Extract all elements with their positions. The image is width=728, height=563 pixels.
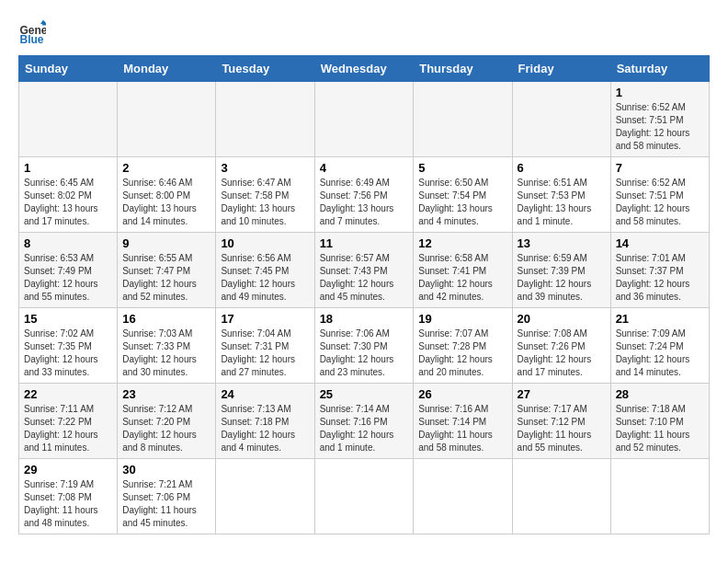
calendar-cell: 5Sunrise: 6:50 AMSunset: 7:54 PMDaylight… [414,157,512,233]
col-header-sunday: Sunday [19,56,118,82]
calendar-cell: 8Sunrise: 6:53 AMSunset: 7:49 PMDaylight… [19,233,118,308]
calendar-table: SundayMondayTuesdayWednesdayThursdayFrid… [18,55,710,534]
day-info: Sunrise: 7:17 AMSunset: 7:12 PMDaylight:… [518,404,592,453]
day-number: 9 [122,236,210,250]
calendar-cell [216,459,314,534]
day-info: Sunrise: 6:56 AMSunset: 7:45 PMDaylight:… [221,253,295,302]
day-number: 20 [518,312,606,326]
logo-icon: General Blue [18,18,46,46]
calendar-cell: 13Sunrise: 6:59 AMSunset: 7:39 PMDayligh… [512,233,610,308]
day-info: Sunrise: 6:50 AMSunset: 7:54 PMDaylight:… [418,178,493,226]
page-header: General Blue [18,18,710,46]
calendar-cell: 10Sunrise: 6:56 AMSunset: 7:45 PMDayligh… [216,233,314,308]
day-number: 17 [221,312,309,326]
day-number: 16 [122,312,210,326]
calendar-cell: 18Sunrise: 7:06 AMSunset: 7:30 PMDayligh… [314,308,414,384]
day-number: 6 [518,161,606,175]
day-number: 2 [122,161,210,175]
day-number: 3 [221,161,309,175]
calendar-cell: 9Sunrise: 6:55 AMSunset: 7:47 PMDaylight… [118,233,216,308]
day-number: 11 [320,236,409,250]
day-number: 12 [418,236,506,250]
calendar-cell: 19Sunrise: 7:07 AMSunset: 7:28 PMDayligh… [414,308,512,384]
day-number: 18 [320,312,409,326]
calendar-cell [512,459,610,534]
day-number: 23 [122,387,210,401]
calendar-cell: 17Sunrise: 7:04 AMSunset: 7:31 PMDayligh… [216,308,314,384]
day-number: 7 [616,161,704,175]
calendar-cell: 15Sunrise: 7:02 AMSunset: 7:35 PMDayligh… [19,308,118,384]
day-info: Sunrise: 6:47 AMSunset: 7:58 PMDaylight:… [221,178,295,226]
calendar-cell [19,82,118,157]
calendar-cell [216,82,314,157]
calendar-cell: 27Sunrise: 7:17 AMSunset: 7:12 PMDayligh… [512,384,610,459]
calendar-cell: 7Sunrise: 6:52 AMSunset: 7:51 PMDaylight… [610,157,709,233]
day-number: 15 [24,312,112,326]
day-info: Sunrise: 7:13 AMSunset: 7:18 PMDaylight:… [221,404,295,453]
day-info: Sunrise: 7:06 AMSunset: 7:30 PMDaylight:… [320,328,394,377]
day-info: Sunrise: 7:02 AMSunset: 7:35 PMDaylight:… [24,328,98,377]
calendar-cell: 29Sunrise: 7:19 AMSunset: 7:08 PMDayligh… [19,459,118,534]
day-info: Sunrise: 6:51 AMSunset: 7:53 PMDaylight:… [518,178,592,226]
col-header-thursday: Thursday [414,56,512,82]
day-number: 29 [24,463,112,477]
calendar-cell: 23Sunrise: 7:12 AMSunset: 7:20 PMDayligh… [118,384,216,459]
day-info: Sunrise: 7:03 AMSunset: 7:33 PMDaylight:… [122,328,197,377]
col-header-friday: Friday [512,56,610,82]
calendar-cell: 6Sunrise: 6:51 AMSunset: 7:53 PMDaylight… [512,157,610,233]
day-number: 26 [418,387,506,401]
svg-text:Blue: Blue [20,33,44,46]
calendar-cell: 22Sunrise: 7:11 AMSunset: 7:22 PMDayligh… [19,384,118,459]
day-info: Sunrise: 7:09 AMSunset: 7:24 PMDaylight:… [616,328,690,377]
day-number: 30 [122,463,210,477]
calendar-cell: 25Sunrise: 7:14 AMSunset: 7:16 PMDayligh… [314,384,414,459]
calendar-cell: 11Sunrise: 6:57 AMSunset: 7:43 PMDayligh… [314,233,414,308]
day-info: Sunrise: 6:52 AMSunset: 7:51 PMDaylight:… [616,178,690,226]
day-info: Sunrise: 7:08 AMSunset: 7:26 PMDaylight:… [518,328,592,377]
day-number: 22 [24,387,112,401]
calendar-cell [118,82,216,157]
calendar-cell [512,82,610,157]
day-info: Sunrise: 7:19 AMSunset: 7:08 PMDaylight:… [24,479,98,528]
day-info: Sunrise: 6:57 AMSunset: 7:43 PMDaylight:… [320,253,394,302]
day-number: 21 [616,312,704,326]
day-number: 1 [24,161,112,175]
day-number: 1 [616,86,704,99]
day-info: Sunrise: 7:01 AMSunset: 7:37 PMDaylight:… [616,253,690,302]
calendar-cell: 1Sunrise: 6:52 AMSunset: 7:51 PMDaylight… [610,82,709,157]
day-number: 28 [616,387,704,401]
day-number: 10 [221,236,309,250]
calendar-cell: 26Sunrise: 7:16 AMSunset: 7:14 PMDayligh… [414,384,512,459]
day-info: Sunrise: 7:04 AMSunset: 7:31 PMDaylight:… [221,328,295,377]
calendar-cell [414,459,512,534]
day-info: Sunrise: 7:14 AMSunset: 7:16 PMDaylight:… [320,404,394,453]
col-header-wednesday: Wednesday [314,56,414,82]
col-header-monday: Monday [118,56,216,82]
day-number: 8 [24,236,112,250]
calendar-cell: 2Sunrise: 6:46 AMSunset: 8:00 PMDaylight… [118,157,216,233]
calendar-cell: 14Sunrise: 7:01 AMSunset: 7:37 PMDayligh… [610,233,709,308]
calendar-cell [610,459,709,534]
day-info: Sunrise: 6:58 AMSunset: 7:41 PMDaylight:… [418,253,493,302]
day-info: Sunrise: 7:07 AMSunset: 7:28 PMDaylight:… [418,328,493,377]
col-header-saturday: Saturday [610,56,709,82]
day-info: Sunrise: 7:12 AMSunset: 7:20 PMDaylight:… [122,404,197,453]
day-number: 25 [320,387,409,401]
day-number: 19 [418,312,506,326]
day-info: Sunrise: 7:18 AMSunset: 7:10 PMDaylight:… [616,404,690,453]
day-info: Sunrise: 6:55 AMSunset: 7:47 PMDaylight:… [122,253,197,302]
calendar-cell: 28Sunrise: 7:18 AMSunset: 7:10 PMDayligh… [610,384,709,459]
col-header-tuesday: Tuesday [216,56,314,82]
calendar-cell [314,459,414,534]
day-info: Sunrise: 6:53 AMSunset: 7:49 PMDaylight:… [24,253,98,302]
calendar-cell [314,82,414,157]
day-number: 27 [518,387,606,401]
day-number: 13 [518,236,606,250]
day-info: Sunrise: 6:59 AMSunset: 7:39 PMDaylight:… [518,253,592,302]
day-number: 4 [320,161,409,175]
day-info: Sunrise: 7:16 AMSunset: 7:14 PMDaylight:… [418,404,493,453]
calendar-cell: 12Sunrise: 6:58 AMSunset: 7:41 PMDayligh… [414,233,512,308]
calendar-cell: 21Sunrise: 7:09 AMSunset: 7:24 PMDayligh… [610,308,709,384]
day-info: Sunrise: 6:45 AMSunset: 8:02 PMDaylight:… [24,178,98,226]
logo: General Blue [18,18,50,46]
